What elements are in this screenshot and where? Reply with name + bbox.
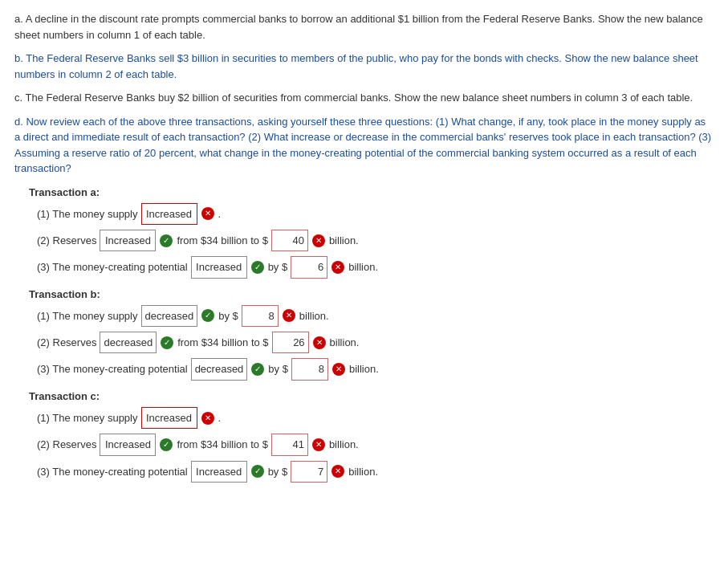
- transaction-b-q1-label-mid: by $: [218, 307, 238, 325]
- transaction-b-q3-label-mid: by $: [268, 360, 288, 378]
- transaction-b-q1: (1) The money supply decreased ✓ by $ 8 …: [37, 305, 714, 327]
- transaction-b-q1-value[interactable]: 8: [242, 305, 279, 327]
- transaction-b-q3-value[interactable]: 8: [291, 358, 328, 380]
- transaction-a-q2-label-mid: from $34 billion to $: [177, 231, 267, 250]
- transaction-b-q1-answer[interactable]: decreased: [141, 305, 198, 327]
- transaction-c-q2-value[interactable]: 41: [271, 434, 308, 455]
- instruction-c: c. The Federal Reserve Banks buy $2 bill…: [14, 90, 714, 106]
- transaction-c-q1-label-after: .: [218, 409, 222, 427]
- transaction-a-q3-label-mid: by $: [268, 258, 288, 276]
- transaction-b-q1-label-after: billion.: [299, 307, 329, 325]
- transaction-a-q3-answer[interactable]: Increased: [191, 256, 247, 278]
- transaction-a-q2-answer[interactable]: Increased: [100, 230, 156, 251]
- transaction-c-q3-label-after: billion.: [348, 462, 378, 481]
- transaction-c-q2-label-mid: from $34 billion to $: [177, 435, 267, 454]
- transaction-a-q1: (1) The money supply Increased ✕ .: [37, 203, 714, 225]
- transaction-b-q3-label-after: billion.: [349, 360, 379, 378]
- transaction-b-q2-check-icon: ✓: [161, 336, 173, 349]
- transaction-a-q1-label-before: (1) The money supply: [37, 205, 138, 223]
- transaction-a-q2: (2) Reserves Increased ✓ from $34 billio…: [37, 230, 714, 251]
- transaction-c-q1-icon: ✕: [201, 412, 214, 425]
- transaction-a-q2-label-after: billion.: [329, 231, 359, 250]
- transaction-c-q2-label-after: billion.: [329, 435, 359, 454]
- instructions-section: a. A decline in the discount rate prompt…: [14, 11, 714, 177]
- transaction-b-q2-label-after: billion.: [330, 333, 360, 352]
- transaction-c-q3-value[interactable]: 7: [291, 461, 327, 483]
- transaction-a-q3-label-after: billion.: [348, 258, 378, 276]
- transaction-c-q3-value-icon: ✕: [331, 465, 344, 478]
- transaction-b-q2-label-before: (2) Reserves: [37, 333, 96, 352]
- transaction-a-q2-value[interactable]: 40: [271, 230, 308, 251]
- transaction-c-q3-check-icon: ✓: [251, 465, 264, 478]
- transaction-a-q2-label-before: (2) Reserves: [37, 231, 96, 250]
- transaction-a-q3-check-icon: ✓: [251, 261, 264, 274]
- transaction-b-q1-value-icon: ✕: [283, 309, 295, 322]
- transaction-c-q3-answer[interactable]: Increased: [191, 461, 247, 483]
- transaction-c-q3: (3) The money-creating potential Increas…: [37, 461, 714, 483]
- transaction-a-q3: (3) The money-creating potential Increas…: [37, 256, 714, 278]
- transaction-b-q2: (2) Reserves decreased ✓ from $34 billio…: [37, 332, 714, 353]
- transaction-a-section: Transaction a: (1) The money supply Incr…: [14, 186, 714, 279]
- transaction-c-q3-label-before: (3) The money-creating potential: [37, 462, 188, 481]
- transaction-b-section: Transaction b: (1) The money supply decr…: [14, 288, 714, 381]
- transaction-b-q2-answer[interactable]: decreased: [100, 332, 157, 353]
- instruction-d: d. Now review each of the above three tr…: [14, 114, 714, 177]
- transaction-c-q2-check-icon: ✓: [160, 438, 173, 451]
- transaction-c-title: Transaction c:: [29, 390, 714, 402]
- transaction-b-title: Transaction b:: [29, 288, 714, 300]
- transaction-b-q2-value[interactable]: 26: [272, 332, 309, 353]
- transaction-b-q3-check-icon: ✓: [251, 363, 264, 376]
- transaction-c-q1-answer[interactable]: Increased: [141, 407, 197, 429]
- instruction-b: b. The Federal Reserve Banks sell $3 bil…: [14, 51, 714, 82]
- transaction-c-q1: (1) The money supply Increased ✕ .: [37, 407, 714, 429]
- transaction-b-q3-label-before: (3) The money-creating potential: [37, 360, 188, 378]
- transaction-c-q3-label-mid: by $: [268, 462, 288, 481]
- transaction-b-q1-label-before: (1) The money supply: [37, 307, 138, 325]
- transaction-a-q3-value[interactable]: 6: [291, 256, 327, 278]
- transaction-b-q2-value-icon: ✕: [313, 336, 326, 349]
- transaction-a-q3-label-before: (3) The money-creating potential: [37, 258, 188, 276]
- transaction-a-q2-check-icon: ✓: [160, 234, 173, 247]
- transaction-c-q2-label-before: (2) Reserves: [37, 435, 96, 454]
- transaction-a-q3-value-icon: ✕: [331, 261, 344, 274]
- transaction-b-q3-value-icon: ✕: [332, 363, 345, 376]
- transaction-c-q1-label-before: (1) The money supply: [37, 409, 138, 427]
- transaction-c-q2-value-icon: ✕: [312, 438, 325, 451]
- transaction-a-q1-answer[interactable]: Increased: [141, 203, 197, 225]
- transaction-b-q1-check-icon: ✓: [201, 309, 214, 322]
- transaction-b-q2-label-mid: from $34 billion to $: [177, 333, 268, 352]
- transaction-a-q1-icon: ✕: [201, 207, 214, 220]
- transaction-a-q2-value-icon: ✕: [312, 234, 325, 247]
- transaction-c-q2: (2) Reserves Increased ✓ from $34 billio…: [37, 434, 714, 455]
- transaction-b-q3-answer[interactable]: decreased: [191, 358, 248, 380]
- transaction-b-q3: (3) The money-creating potential decreas…: [37, 358, 714, 380]
- instruction-a: a. A decline in the discount rate prompt…: [14, 11, 714, 43]
- transaction-c-q2-answer[interactable]: Increased: [100, 434, 156, 455]
- transaction-a-title: Transaction a:: [29, 186, 714, 198]
- transaction-c-section: Transaction c: (1) The money supply Incr…: [14, 390, 714, 483]
- transaction-a-q1-label-after: .: [218, 205, 222, 223]
